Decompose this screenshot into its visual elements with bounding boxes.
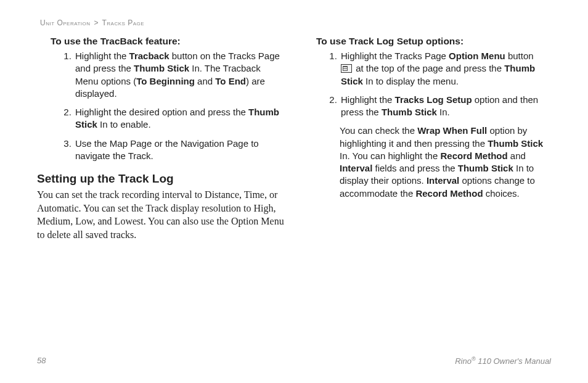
bold: Tracback bbox=[129, 51, 169, 61]
text: at the top of the page and press the bbox=[353, 63, 504, 73]
breadcrumb-b: Tracks Page bbox=[102, 19, 145, 27]
tracback-step-2: Highlight the desired option and press t… bbox=[74, 106, 282, 131]
breadcrumb-sep: > bbox=[94, 19, 99, 27]
bold: Thumb Stick bbox=[134, 63, 189, 73]
text: In. You can highlight the bbox=[340, 150, 440, 161]
bold: Interval bbox=[340, 163, 372, 173]
text: Highlight the bbox=[75, 51, 129, 61]
tracklog-step-1: Highlight the Tracks Page Option Menu bu… bbox=[340, 50, 547, 88]
text: In to display the menu. bbox=[363, 76, 459, 86]
text: Highlight the Tracks Page bbox=[341, 51, 449, 61]
bold: Thumb Stick bbox=[458, 163, 513, 173]
tracback-steps: Highlight the Tracback button on the Tra… bbox=[74, 50, 285, 162]
text: and bbox=[508, 150, 526, 161]
text: fields and press the bbox=[372, 163, 457, 173]
bold: Record Method bbox=[440, 150, 507, 161]
bold: Record Method bbox=[415, 188, 483, 199]
tracback-step-3: Use the Map Page or the Navigation Page … bbox=[74, 138, 282, 163]
section-paragraph: You can set the track recording interval… bbox=[37, 188, 285, 241]
tracback-step-1: Highlight the Tracback button on the Tra… bbox=[74, 50, 282, 100]
text: Highlight the desired option and press t… bbox=[75, 107, 248, 117]
section-title: Setting up the Track Log bbox=[37, 172, 285, 186]
text: choices. bbox=[483, 188, 520, 199]
brand: Rino bbox=[455, 356, 472, 366]
left-column: To use the TracBack feature: Highlight t… bbox=[37, 36, 285, 241]
bold: Option Menu bbox=[449, 51, 505, 61]
bold: Thumb Stick bbox=[488, 138, 543, 149]
content-columns: To use the TracBack feature: Highlight t… bbox=[37, 36, 551, 241]
manual-suffix: 110 Owner's Manual bbox=[476, 356, 551, 366]
breadcrumb-a: Unit Operation bbox=[40, 19, 91, 27]
tracklog-step-2: Highlight the Tracks Log Setup option an… bbox=[340, 94, 547, 119]
text: In. bbox=[437, 107, 450, 117]
manual-title: Rino® 110 Owner's Manual bbox=[455, 356, 551, 366]
text: and bbox=[195, 76, 215, 86]
option-menu-icon bbox=[341, 64, 352, 73]
tracklog-note: You can check the Wrap When Full option … bbox=[340, 125, 551, 200]
bold: Thumb Stick bbox=[382, 107, 437, 117]
bold: Wrap When Full bbox=[417, 125, 487, 136]
right-column: To use Track Log Setup options: Highligh… bbox=[303, 36, 551, 241]
text: You can check the bbox=[340, 125, 417, 136]
bold: Tracks Log Setup bbox=[395, 94, 472, 105]
text: Highlight the bbox=[341, 94, 395, 105]
bold: Interval bbox=[427, 175, 459, 186]
text: button bbox=[505, 51, 534, 61]
bold: To End bbox=[215, 76, 246, 86]
page-number: 58 bbox=[37, 356, 46, 366]
text: In to enable. bbox=[97, 119, 151, 130]
tracback-proc-title: To use the TracBack feature: bbox=[51, 36, 285, 47]
tracklog-steps: Highlight the Tracks Page Option Menu bu… bbox=[340, 50, 551, 118]
tracklog-proc-title: To use Track Log Setup options: bbox=[316, 36, 551, 47]
page-footer: 58 Rino® 110 Owner's Manual bbox=[37, 356, 551, 366]
breadcrumb: Unit Operation > Tracks Page bbox=[40, 19, 551, 27]
registered-icon: ® bbox=[472, 356, 476, 362]
bold: To Beginning bbox=[136, 76, 195, 86]
